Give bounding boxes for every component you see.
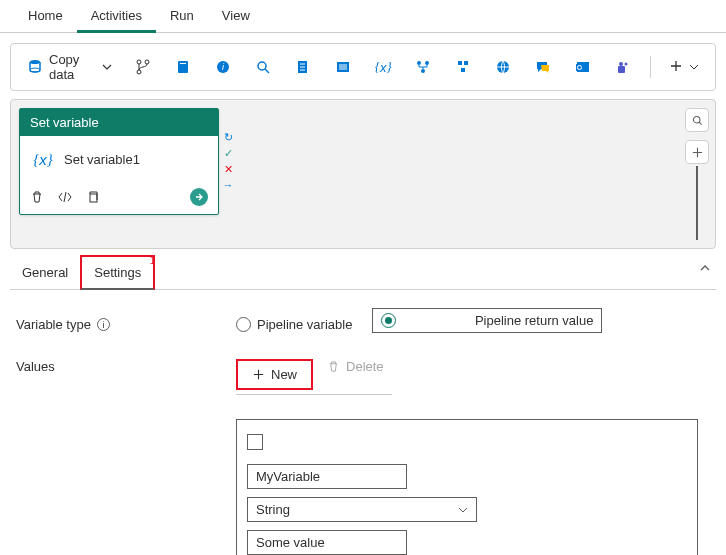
copy-data-label: Copy data <box>49 52 96 82</box>
canvas[interactable]: Set variable {x} Set variable1 ↻ ✓ ✕ → <box>10 99 716 249</box>
info-icon: i <box>214 58 232 76</box>
flow-icon <box>414 58 432 76</box>
list-button[interactable] <box>326 54 360 80</box>
search-button[interactable] <box>246 54 280 80</box>
toolbar-divider <box>650 56 651 78</box>
canvas-track <box>696 166 698 240</box>
branch-button[interactable] <box>126 54 160 80</box>
teams-button[interactable] <box>606 54 640 80</box>
variable-icon: {x} <box>374 58 392 76</box>
teams-icon <box>614 58 632 76</box>
svg-point-3 <box>137 70 141 74</box>
collapse-button[interactable] <box>698 261 712 278</box>
chat-button[interactable] <box>526 54 560 80</box>
svg-point-13 <box>425 61 429 65</box>
variable-value-input[interactable]: Some value <box>247 530 407 555</box>
tab-badge: 1 <box>150 255 156 266</box>
run-button[interactable] <box>190 188 208 206</box>
tab-view[interactable]: View <box>208 0 264 32</box>
variable-button[interactable]: {x} <box>366 54 400 80</box>
svg-point-2 <box>137 60 141 64</box>
properties-tabbar: General Settings 1 <box>10 255 716 290</box>
svg-point-9 <box>258 62 266 70</box>
svg-rect-6 <box>180 63 186 64</box>
copy-icon[interactable] <box>86 190 100 204</box>
list-icon <box>334 58 352 76</box>
globe-icon <box>494 58 512 76</box>
chevron-down-icon <box>689 60 699 75</box>
canvas-search-button[interactable] <box>685 108 709 132</box>
script-icon <box>294 58 312 76</box>
svg-point-4 <box>145 60 149 64</box>
underline <box>236 394 392 395</box>
delete-button[interactable]: Delete <box>327 359 384 374</box>
database-icon <box>27 58 43 76</box>
tab-home[interactable]: Home <box>14 0 77 32</box>
tab-run[interactable]: Run <box>156 0 208 32</box>
svg-point-23 <box>625 63 628 66</box>
search-icon <box>254 58 272 76</box>
activity-node[interactable]: Set variable {x} Set variable1 <box>19 108 219 215</box>
handle-recycle-icon[interactable]: ↻ <box>221 130 235 144</box>
svg-rect-16 <box>464 61 468 65</box>
info-button[interactable]: i <box>206 54 240 80</box>
tab-activities[interactable]: Activities <box>77 0 156 33</box>
validate-button[interactable] <box>446 54 480 80</box>
code-icon[interactable] <box>58 190 72 204</box>
notebook-icon <box>174 58 192 76</box>
radio-pipeline-variable[interactable]: Pipeline variable <box>236 317 352 332</box>
svg-point-25 <box>693 116 700 123</box>
top-nav: Home Activities Run View <box>0 0 726 33</box>
toolbar: Copy data i {x} <box>10 43 716 91</box>
flow-button[interactable] <box>406 54 440 80</box>
value-checkbox[interactable] <box>247 434 263 450</box>
outlook-icon <box>574 58 592 76</box>
branch-icon <box>134 58 152 76</box>
web-button[interactable] <box>486 54 520 80</box>
node-title: Set variable <box>20 109 218 136</box>
validate-icon <box>454 58 472 76</box>
add-button[interactable] <box>661 55 707 80</box>
chat-icon <box>534 58 552 76</box>
canvas-add-button[interactable] <box>685 140 709 164</box>
handle-forward-icon[interactable]: → <box>221 178 235 192</box>
value-panel: MyVariable String Some value <box>236 419 698 555</box>
variable-type-label: Variable type i <box>16 317 236 332</box>
variable-name-input[interactable]: MyVariable <box>247 464 407 489</box>
copy-data-button[interactable]: Copy data <box>19 48 120 86</box>
tab-settings[interactable]: Settings 1 <box>80 255 155 290</box>
node-name: Set variable1 <box>64 152 140 167</box>
handle-error-icon[interactable]: ✕ <box>221 162 235 176</box>
new-button[interactable]: New <box>236 359 313 390</box>
svg-rect-24 <box>618 66 625 73</box>
radio-pipeline-return-value[interactable]: Pipeline return value <box>372 308 602 333</box>
values-label: Values <box>16 359 236 374</box>
node-handles: ↻ ✓ ✕ → <box>221 130 235 192</box>
variable-icon: {x} <box>30 148 56 170</box>
handle-check-icon[interactable]: ✓ <box>221 146 235 160</box>
chevron-down-icon <box>458 505 468 515</box>
script-button[interactable] <box>286 54 320 80</box>
notebook-button[interactable] <box>166 54 200 80</box>
variable-type-select[interactable]: String <box>247 497 477 522</box>
info-icon[interactable]: i <box>97 318 110 331</box>
outlook-button[interactable] <box>566 54 600 80</box>
svg-rect-5 <box>178 61 188 73</box>
svg-rect-17 <box>461 68 465 72</box>
tab-general[interactable]: General <box>10 257 80 288</box>
svg-rect-15 <box>458 61 462 65</box>
svg-point-14 <box>421 69 425 73</box>
chevron-down-icon <box>102 60 112 75</box>
svg-rect-26 <box>90 194 97 202</box>
plus-icon <box>669 59 683 76</box>
svg-point-0 <box>30 60 40 64</box>
svg-point-12 <box>417 61 421 65</box>
delete-icon[interactable] <box>30 190 44 204</box>
svg-point-22 <box>619 62 623 66</box>
